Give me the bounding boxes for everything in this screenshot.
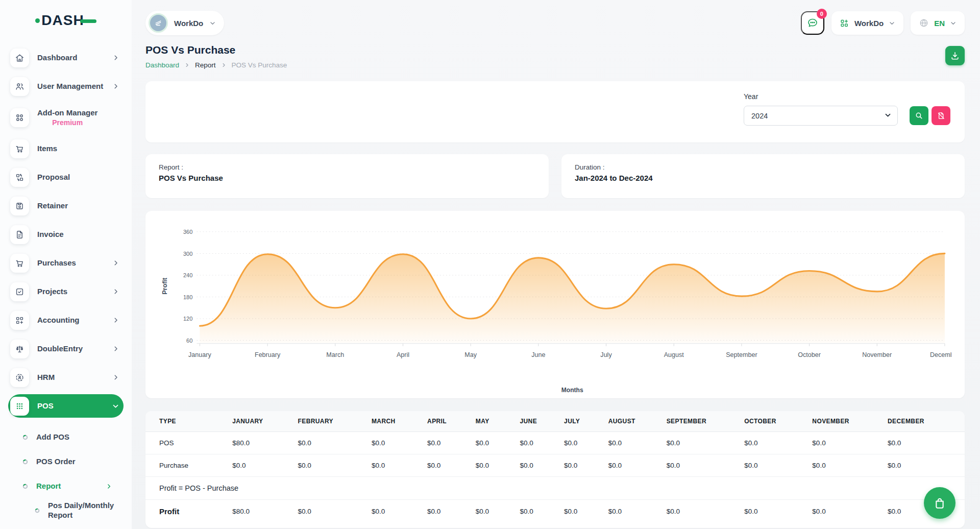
clear-report-icon: [937, 111, 945, 120]
chevron-right-icon: [112, 259, 119, 267]
company-selector[interactable]: WorkDo: [145, 11, 224, 35]
sidebar-item-dashboard[interactable]: Dashboard: [8, 46, 124, 69]
reset-button[interactable]: [932, 106, 950, 125]
page-header: POS Vs Purchase Dashboard Report POS Vs …: [145, 44, 965, 69]
messages-button[interactable]: 0: [801, 11, 824, 35]
chart-card: 60120180240300360JanuaryFebruaryMarchApr…: [145, 211, 965, 398]
svg-text:December: December: [930, 350, 951, 358]
svg-text:March: March: [326, 350, 344, 358]
svg-text:240: 240: [183, 272, 192, 278]
sidebar-item-projects[interactable]: Projects: [8, 280, 124, 303]
table-row-pos: POS $80.0 $0.0 $0.0 $0.0 $0.0 $0.0 $0.0 …: [145, 432, 965, 454]
svg-text:April: April: [397, 350, 409, 358]
report-table-card: TYPE JANUARY FEBRUARY MARCH APRIL MAY JU…: [145, 411, 965, 528]
page-title: POS Vs Purchase: [145, 44, 965, 56]
sidebar-item-doubleentry[interactable]: DoubleEntry: [8, 337, 124, 360]
search-button[interactable]: [910, 106, 928, 125]
svg-text:September: September: [726, 350, 757, 358]
sidebar-item-proposal[interactable]: Proposal: [8, 165, 124, 189]
breadcrumb: Dashboard Report POS Vs Purchase: [145, 61, 965, 69]
chevron-right-icon: [112, 54, 119, 61]
person-target-icon: [10, 368, 29, 387]
year-filter: Year 2024: [744, 92, 950, 131]
svg-text:July: July: [600, 350, 612, 358]
main-content: WorkDo 0 WorkDo EN POS Vs Purchase Dashb…: [132, 0, 980, 528]
trolley-icon: [10, 254, 29, 273]
topbar-actions: 0 WorkDo EN: [801, 11, 965, 35]
premium-badge: Premium: [52, 118, 83, 127]
search-icon: [915, 111, 923, 120]
summary-row: Report : POS Vs Purchase Duration : Jan-…: [145, 154, 965, 198]
chevron-right-icon: [112, 83, 119, 90]
sidebar-item-hrm[interactable]: HRM: [8, 366, 124, 389]
filter-card: Year 2024: [145, 81, 965, 142]
svg-text:180: 180: [183, 294, 192, 300]
sidebar-item-invoice[interactable]: Invoice: [8, 223, 124, 246]
grid-plus-icon: [10, 311, 29, 330]
sidebar-item-pos-daily-monthly-report[interactable]: Pos Daily/Monthly Report: [8, 500, 124, 521]
users-icon: [10, 77, 29, 96]
breadcrumb-report[interactable]: Report: [195, 61, 216, 69]
svg-text:February: February: [255, 350, 281, 358]
table-header-row: TYPE JANUARY FEBRUARY MARCH APRIL MAY JU…: [145, 411, 965, 432]
addon-grid-icon: [10, 108, 29, 127]
svg-text:Months: Months: [561, 387, 583, 394]
sidebar-item-accounting[interactable]: Accounting: [8, 308, 124, 332]
sidebar-item-retainer[interactable]: Retainer: [8, 194, 124, 218]
sidebar-menu: Dashboard User Management Add-on Manager…: [8, 46, 124, 521]
sidebar: DASH Dashboard User Management Add-o: [0, 0, 132, 529]
sidebar-item-pos-order[interactable]: POS Order: [8, 451, 124, 472]
dash-logo[interactable]: DASH: [8, 12, 124, 29]
company-avatar: [149, 13, 168, 33]
table-row-profit: Profit $80.0 $0.0 $0.0 $0.0 $0.0 $0.0 $0…: [145, 500, 965, 523]
download-button[interactable]: [945, 46, 965, 65]
chevron-down-icon: [889, 20, 895, 27]
svg-text:120: 120: [183, 316, 192, 322]
breadcrumb-current: POS Vs Purchase: [232, 61, 287, 69]
table-row-purchase: Purchase $0.0 $0.0 $0.0 $0.0 $0.0 $0.0 $…: [145, 454, 965, 477]
chevron-down-icon: [950, 20, 957, 27]
pos-vs-purchase-table: TYPE JANUARY FEBRUARY MARCH APRIL MAY JU…: [145, 411, 965, 523]
language-selector[interactable]: EN: [911, 11, 965, 35]
sidebar-item-report[interactable]: Report: [8, 476, 124, 496]
scales-icon: [10, 340, 29, 358]
breadcrumb-dashboard[interactable]: Dashboard: [145, 61, 179, 69]
sidebar-item-addon-manager[interactable]: Add-on Manager Premium: [8, 103, 124, 132]
ring-bullet-icon: [22, 435, 28, 440]
logo-text: DASH: [41, 12, 84, 29]
sidebar-item-purchases[interactable]: Purchases: [8, 251, 124, 275]
ring-bullet-icon: [35, 508, 40, 513]
ring-bullet-icon: [22, 459, 28, 465]
download-icon: [950, 51, 960, 61]
duration-value: Jan-2024 to Dec-2024: [575, 174, 951, 182]
sidebar-item-add-pos[interactable]: Add POS: [8, 427, 124, 447]
chevron-right-icon: [112, 288, 119, 295]
topbar: WorkDo 0 WorkDo EN: [145, 10, 965, 36]
sidebar-item-items[interactable]: Items: [8, 137, 124, 160]
svg-text:June: June: [531, 350, 545, 358]
pos-submenu: Add POS POS Order Report Pos Daily/Month…: [8, 427, 124, 521]
home-icon: [10, 49, 29, 67]
pos-grid-dots-icon: [10, 397, 29, 416]
check-square-icon: [10, 282, 29, 301]
sidebar-item-pos[interactable]: POS: [8, 394, 124, 418]
svg-text:60: 60: [186, 338, 192, 344]
sidebar-item-user-management[interactable]: User Management: [8, 75, 124, 98]
chevron-right-icon: [112, 317, 119, 324]
svg-text:360: 360: [183, 229, 192, 235]
ring-bullet-icon: [22, 484, 28, 489]
document-icon: [10, 225, 29, 244]
year-select[interactable]: 2024: [744, 106, 898, 126]
save-disk-icon: [10, 197, 29, 215]
svg-text:May: May: [464, 350, 477, 358]
chevron-right-icon: [112, 374, 119, 381]
chevron-right-icon: [184, 62, 190, 68]
duration-label: Duration :: [575, 163, 951, 171]
pos-cart-fab[interactable]: [924, 487, 955, 519]
year-label: Year: [744, 92, 950, 101]
logo-dot-icon: [35, 18, 40, 23]
report-label: Report :: [159, 163, 535, 171]
apps-selector[interactable]: WorkDo: [831, 11, 903, 35]
messages-count-badge: 0: [817, 9, 827, 19]
svg-text:300: 300: [183, 250, 192, 256]
